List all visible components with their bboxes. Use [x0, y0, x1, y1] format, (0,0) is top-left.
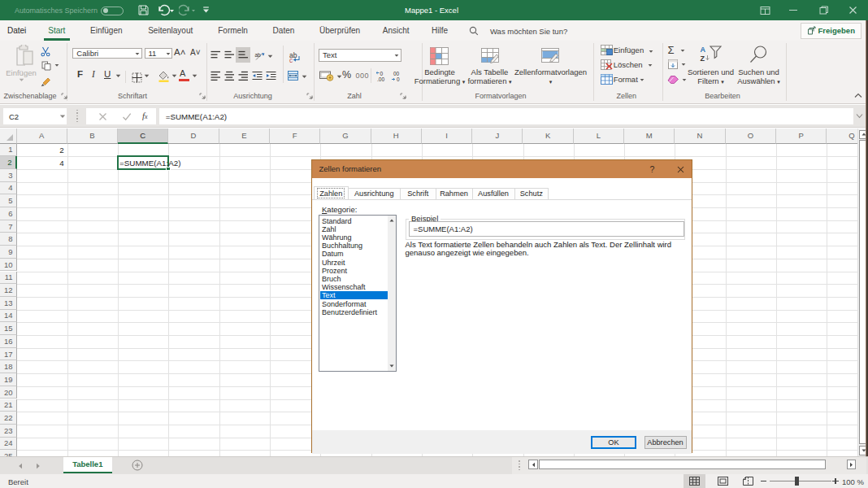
svg-text:Z: Z	[701, 54, 705, 63]
svg-text:0: 0	[380, 71, 384, 76]
svg-text:ab: ab	[254, 51, 261, 57]
svg-text:0: 0	[397, 76, 400, 82]
svg-text:.00: .00	[377, 76, 384, 82]
svg-text:A: A	[701, 46, 706, 54]
svg-text:00: 00	[393, 71, 400, 76]
